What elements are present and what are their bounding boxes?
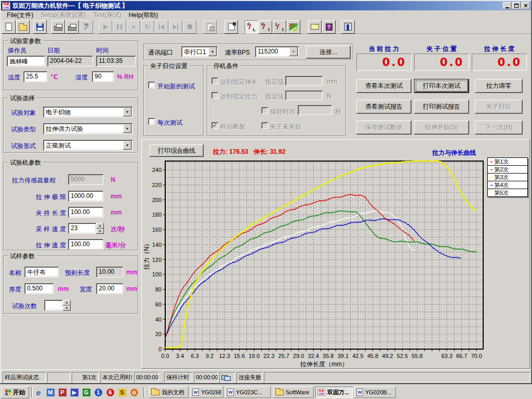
chevron-down-icon[interactable]: ▼: [123, 124, 131, 133]
thickness-input[interactable]: 0.500: [24, 283, 54, 294]
chart-plot[interactable]: 0204060801001201401601802002202400.03.46…: [141, 158, 528, 368]
action-button-2-2: 下一次(N): [475, 121, 523, 135]
task-button-4[interactable]: SoftWare: [273, 387, 314, 398]
grip-length-unit: mm: [111, 209, 122, 216]
action-button-0-1[interactable]: 打印本次测试: [414, 79, 469, 93]
test-object-select[interactable]: 电子织物▼: [43, 107, 132, 117]
windows-logo-icon: [5, 390, 11, 396]
humidity-input[interactable]: 90: [92, 71, 114, 82]
action-button-0-0[interactable]: 查看本次测试: [356, 79, 411, 93]
baud-select[interactable]: 115200▼: [255, 46, 299, 57]
quicklaunch-media-player-icon[interactable]: ▶: [69, 388, 79, 397]
temp-input[interactable]: 25.5: [23, 71, 47, 82]
properties-button[interactable]: [224, 20, 238, 34]
chart-title: 拉力与伸长曲线: [432, 149, 476, 157]
print-button[interactable]: [65, 20, 79, 34]
task-button-1[interactable]: 我的文档: [149, 387, 189, 398]
mail-button[interactable]: [308, 20, 322, 34]
width-input[interactable]: 20.00: [96, 283, 123, 294]
tools-icon: [83, 23, 90, 31]
test-count-stepper[interactable]: ▲▼: [63, 300, 71, 311]
curve-fl-button[interactable]: F/L: [245, 20, 258, 34]
every-test-checkbox[interactable]: [148, 118, 155, 125]
ext-limit-input[interactable]: 1000.00: [68, 191, 103, 202]
value1-input: [285, 76, 323, 86]
spin-down-icon[interactable]: ▼: [96, 229, 104, 234]
chevron-down-icon[interactable]: ▼: [123, 141, 131, 150]
status-segment-6: 00:00:00: [194, 372, 218, 382]
toolbar: ×↻F/LF/tL/t?: [1, 20, 531, 34]
spin-down-icon[interactable]: ▼: [63, 305, 71, 311]
action-button-2-0: 保存测试数据: [356, 121, 411, 135]
ext-speed-input[interactable]: 100.00: [68, 239, 103, 250]
play-icon: [103, 24, 108, 30]
help-book-button[interactable]: ?: [322, 20, 336, 34]
spin-up-icon[interactable]: ▲: [96, 223, 104, 229]
width-label: 宽度: [79, 285, 92, 294]
quicklaunch-six-icon[interactable]: 6: [105, 388, 115, 397]
curve-color-button[interactable]: [287, 20, 300, 34]
svg-text:55.8: 55.8: [411, 353, 422, 359]
test-type-select[interactable]: 拉伸强力试验▼: [43, 123, 132, 134]
time-field: 11:03:35: [96, 56, 136, 66]
test-form-label: 试验形式: [11, 142, 36, 151]
titlebar: 双固CRE 双固万能强力机软件---【 电子织物测试 】 ×: [1, 1, 531, 10]
minimize-button[interactable]: [503, 2, 511, 9]
print-curve-button[interactable]: 打印综合曲线: [150, 144, 204, 157]
chevron-down-icon[interactable]: ▼: [208, 47, 217, 56]
new-button[interactable]: [2, 20, 16, 34]
chevron-down-icon[interactable]: ▼: [123, 108, 131, 116]
quicklaunch-flash-icon[interactable]: S: [117, 388, 127, 397]
action-button-0-2[interactable]: 拉力调零: [475, 79, 523, 93]
save-button[interactable]: [33, 20, 47, 34]
quicklaunch-one-icon[interactable]: 1: [93, 388, 103, 397]
quicklaunch-game-icon[interactable]: G: [81, 388, 91, 397]
grip-length-input[interactable]: 100.00: [68, 207, 103, 218]
status-bar: 样品测试状态第1次本次已用时间00:00:00保持计时00:00:00连接失败: [1, 369, 531, 383]
curve-ft-button[interactable]: F/t: [259, 20, 272, 34]
print-preview-button[interactable]: [51, 20, 65, 34]
value2-input: [285, 90, 323, 100]
sample-rate-input[interactable]: 23: [68, 223, 96, 234]
test-count-label: 试验次数: [12, 302, 37, 311]
curve-lt-button[interactable]: L/t: [273, 20, 286, 34]
status-segment-4: 00:00:00: [134, 372, 159, 382]
test-select-title: 试验选择: [8, 94, 37, 103]
folder-icon: [275, 390, 284, 395]
action-button-1-1[interactable]: 打印测试报告: [414, 100, 469, 114]
quicklaunch-paint-icon[interactable]: P: [57, 388, 68, 397]
restore-button[interactable]: [512, 2, 521, 9]
action-button-1-0[interactable]: 查看测试报告: [356, 100, 411, 114]
task-button-3[interactable]: WYG023C...: [225, 387, 271, 398]
quicklaunch-mail-icon[interactable]: M: [45, 388, 56, 397]
start-button[interactable]: 开始: [1, 387, 29, 398]
open-button[interactable]: [16, 20, 30, 34]
svg-text:180: 180: [152, 211, 162, 218]
help-book-icon: ?: [326, 23, 332, 31]
task-button-6[interactable]: WYG020B...: [354, 387, 396, 398]
sample-rate-stepper[interactable]: ▲▼: [96, 223, 104, 234]
operator-input[interactable]: 施林峰: [7, 56, 45, 66]
cancel-button: ×: [127, 20, 140, 34]
spin-up-icon[interactable]: ▲: [63, 300, 71, 305]
task-button-5[interactable]: 双固CRE双固万...: [315, 387, 353, 398]
task-button-2[interactable]: WYG026B...: [190, 387, 223, 398]
every-test-label: 每次测试: [157, 118, 182, 127]
menubar: File(文件) Setup(系统设置) Test(测试) Help(帮助): [1, 10, 531, 20]
exit-button[interactable]: [341, 20, 355, 34]
sample-name-input[interactable]: 牛仔布: [24, 267, 59, 277]
close-button[interactable]: ×: [522, 2, 530, 9]
prepeel-field: 10.00: [96, 267, 123, 277]
quicklaunch-player2-icon[interactable]: o: [129, 388, 139, 397]
test-count-input[interactable]: [44, 300, 63, 311]
ext-length-readout: 0.0: [472, 54, 527, 71]
menu-help[interactable]: Help(帮助): [125, 10, 162, 20]
svg-text:200: 200: [152, 197, 162, 203]
quicklaunch-ie-icon[interactable]: e: [33, 388, 44, 397]
test-form-select[interactable]: 正规测试▼: [43, 140, 132, 151]
new-test-checkbox[interactable]: [148, 82, 155, 88]
comm-port-select[interactable]: 串行口1▼: [181, 46, 218, 57]
menu-file[interactable]: File(文件): [3, 10, 37, 20]
export-report-button: [203, 20, 217, 34]
connect-button[interactable]: 连接...: [306, 46, 351, 59]
